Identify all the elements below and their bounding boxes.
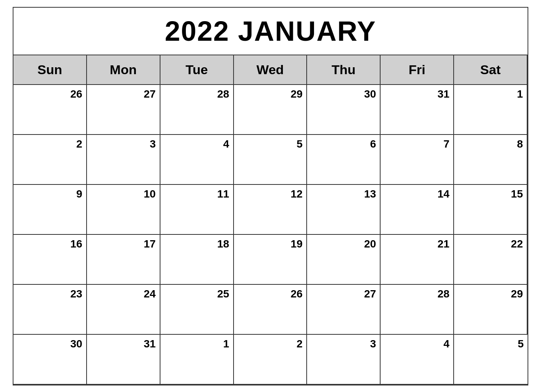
day-cell[interactable]: 31 xyxy=(381,85,454,135)
day-header-wed: Wed xyxy=(234,55,307,85)
day-cell[interactable]: 26 xyxy=(13,85,87,135)
calendar: 2022 JANUARY SunMonTueWedThuFriSat262728… xyxy=(13,7,528,385)
day-cell[interactable]: 25 xyxy=(160,285,234,335)
day-cell[interactable]: 12 xyxy=(234,185,307,235)
day-cell[interactable]: 30 xyxy=(307,85,381,135)
day-cell[interactable]: 18 xyxy=(160,235,234,285)
day-cell[interactable]: 28 xyxy=(381,285,454,335)
day-cell[interactable]: 27 xyxy=(307,285,381,335)
calendar-grid: SunMonTueWedThuFriSat2627282930311234567… xyxy=(13,55,528,385)
day-cell[interactable]: 1 xyxy=(454,85,528,135)
day-cell[interactable]: 29 xyxy=(234,85,307,135)
day-cell[interactable]: 17 xyxy=(87,235,160,285)
day-cell[interactable]: 6 xyxy=(307,135,381,185)
day-cell[interactable]: 3 xyxy=(87,135,160,185)
day-header-fri: Fri xyxy=(381,55,454,85)
day-header-tue: Tue xyxy=(160,55,234,85)
day-cell[interactable]: 2 xyxy=(13,135,87,185)
day-cell[interactable]: 22 xyxy=(454,235,528,285)
day-cell[interactable]: 15 xyxy=(454,185,528,235)
day-cell[interactable]: 19 xyxy=(234,235,307,285)
day-cell[interactable]: 30 xyxy=(13,335,87,385)
day-cell[interactable]: 1 xyxy=(160,335,234,385)
day-cell[interactable]: 20 xyxy=(307,235,381,285)
day-cell[interactable]: 27 xyxy=(87,85,160,135)
day-header-sat: Sat xyxy=(454,55,528,85)
day-cell[interactable]: 3 xyxy=(307,335,381,385)
day-cell[interactable]: 14 xyxy=(381,185,454,235)
day-header-sun: Sun xyxy=(13,55,87,85)
day-cell[interactable]: 28 xyxy=(160,85,234,135)
day-cell[interactable]: 11 xyxy=(160,185,234,235)
day-cell[interactable]: 16 xyxy=(13,235,87,285)
day-header-thu: Thu xyxy=(307,55,381,85)
day-cell[interactable]: 26 xyxy=(234,285,307,335)
day-cell[interactable]: 4 xyxy=(381,335,454,385)
day-cell[interactable]: 5 xyxy=(234,135,307,185)
day-cell[interactable]: 21 xyxy=(381,235,454,285)
day-cell[interactable]: 24 xyxy=(87,285,160,335)
day-cell[interactable]: 7 xyxy=(381,135,454,185)
calendar-title: 2022 JANUARY xyxy=(13,8,528,55)
day-cell[interactable]: 23 xyxy=(13,285,87,335)
day-cell[interactable]: 9 xyxy=(13,185,87,235)
day-cell[interactable]: 2 xyxy=(234,335,307,385)
day-header-mon: Mon xyxy=(87,55,160,85)
day-cell[interactable]: 13 xyxy=(307,185,381,235)
day-cell[interactable]: 29 xyxy=(454,285,528,335)
day-cell[interactable]: 10 xyxy=(87,185,160,235)
day-cell[interactable]: 4 xyxy=(160,135,234,185)
day-cell[interactable]: 31 xyxy=(87,335,160,385)
day-cell[interactable]: 5 xyxy=(454,335,528,385)
day-cell[interactable]: 8 xyxy=(454,135,528,185)
